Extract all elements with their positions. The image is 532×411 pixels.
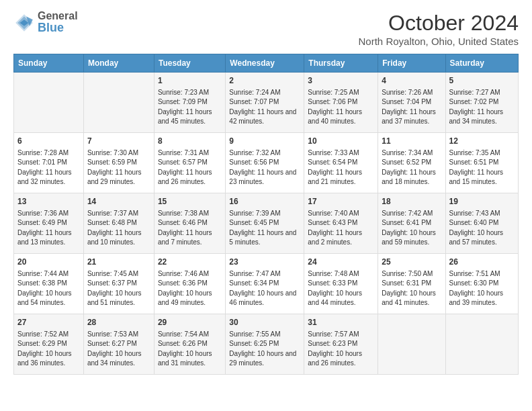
day-cell: 12Sunrise: 7:35 AM Sunset: 6:51 PM Dayli… (445, 133, 519, 193)
day-cell: 21Sunrise: 7:45 AM Sunset: 6:37 PM Dayli… (83, 254, 154, 314)
day-info: Sunrise: 7:32 AM Sunset: 6:56 PM Dayligh… (229, 148, 300, 187)
day-number: 10 (308, 136, 374, 147)
day-number: 16 (229, 196, 300, 208)
day-number: 21 (87, 257, 150, 268)
day-number: 26 (449, 257, 515, 268)
header-cell-monday: Monday (83, 54, 154, 73)
day-info: Sunrise: 7:43 AM Sunset: 6:40 PM Dayligh… (449, 209, 515, 248)
day-number: 1 (158, 75, 222, 87)
day-cell: 9Sunrise: 7:32 AM Sunset: 6:56 PM Daylig… (226, 133, 304, 193)
day-info: Sunrise: 7:39 AM Sunset: 6:45 PM Dayligh… (229, 209, 300, 248)
week-row-5: 27Sunrise: 7:52 AM Sunset: 6:29 PM Dayli… (14, 314, 519, 375)
day-cell: 25Sunrise: 7:50 AM Sunset: 6:31 PM Dayli… (378, 254, 445, 314)
day-cell: 18Sunrise: 7:42 AM Sunset: 6:41 PM Dayli… (378, 193, 445, 254)
day-cell: 30Sunrise: 7:55 AM Sunset: 6:25 PM Dayli… (226, 314, 304, 375)
day-cell: 8Sunrise: 7:31 AM Sunset: 6:57 PM Daylig… (154, 133, 225, 193)
day-number: 23 (229, 257, 300, 268)
day-cell: 23Sunrise: 7:47 AM Sunset: 6:34 PM Dayli… (226, 254, 304, 314)
day-number: 8 (158, 136, 222, 147)
day-number: 18 (382, 196, 441, 208)
day-cell: 28Sunrise: 7:53 AM Sunset: 6:27 PM Dayli… (83, 314, 154, 375)
day-number: 29 (158, 317, 222, 328)
day-cell: 19Sunrise: 7:43 AM Sunset: 6:40 PM Dayli… (445, 193, 519, 254)
day-number: 13 (17, 196, 80, 208)
header-cell-thursday: Thursday (304, 54, 378, 73)
day-cell (445, 314, 519, 375)
day-cell: 14Sunrise: 7:37 AM Sunset: 6:48 PM Dayli… (83, 193, 154, 254)
day-number: 15 (158, 196, 222, 208)
header-cell-wednesday: Wednesday (226, 54, 304, 73)
day-number: 11 (382, 136, 441, 147)
day-cell: 20Sunrise: 7:44 AM Sunset: 6:38 PM Dayli… (14, 254, 84, 314)
day-info: Sunrise: 7:30 AM Sunset: 6:59 PM Dayligh… (87, 148, 150, 187)
day-info: Sunrise: 7:24 AM Sunset: 7:07 PM Dayligh… (229, 88, 300, 127)
day-info: Sunrise: 7:45 AM Sunset: 6:37 PM Dayligh… (87, 269, 150, 308)
day-info: Sunrise: 7:46 AM Sunset: 6:36 PM Dayligh… (158, 269, 222, 308)
day-cell: 31Sunrise: 7:57 AM Sunset: 6:23 PM Dayli… (304, 314, 378, 375)
day-info: Sunrise: 7:27 AM Sunset: 7:02 PM Dayligh… (449, 88, 515, 127)
day-info: Sunrise: 7:26 AM Sunset: 7:04 PM Dayligh… (382, 88, 441, 127)
day-info: Sunrise: 7:50 AM Sunset: 6:31 PM Dayligh… (382, 269, 441, 308)
main-title: October 2024 (359, 11, 519, 36)
day-cell (14, 73, 84, 133)
day-info: Sunrise: 7:28 AM Sunset: 7:01 PM Dayligh… (17, 148, 80, 187)
day-number: 22 (158, 257, 222, 268)
day-number: 12 (449, 136, 515, 147)
day-info: Sunrise: 7:44 AM Sunset: 6:38 PM Dayligh… (17, 269, 80, 308)
day-info: Sunrise: 7:23 AM Sunset: 7:09 PM Dayligh… (158, 88, 222, 127)
day-cell: 13Sunrise: 7:36 AM Sunset: 6:49 PM Dayli… (14, 193, 84, 254)
day-cell: 10Sunrise: 7:33 AM Sunset: 6:54 PM Dayli… (304, 133, 378, 193)
day-info: Sunrise: 7:35 AM Sunset: 6:51 PM Dayligh… (449, 148, 515, 187)
day-cell (83, 73, 154, 133)
calendar-body: 1Sunrise: 7:23 AM Sunset: 7:09 PM Daylig… (14, 73, 519, 375)
calendar-table: SundayMondayTuesdayWednesdayThursdayFrid… (13, 54, 519, 375)
day-cell: 6Sunrise: 7:28 AM Sunset: 7:01 PM Daylig… (14, 133, 84, 193)
day-number: 30 (229, 317, 300, 328)
day-number: 27 (17, 317, 80, 328)
day-cell: 15Sunrise: 7:38 AM Sunset: 6:46 PM Dayli… (154, 193, 225, 254)
logo-blue: Blue (38, 21, 78, 34)
day-number: 17 (308, 196, 374, 208)
day-number: 28 (87, 317, 150, 328)
header-cell-tuesday: Tuesday (154, 54, 225, 73)
day-cell (378, 314, 445, 375)
header-cell-friday: Friday (378, 54, 445, 73)
logo-text: General Blue (38, 11, 78, 34)
day-info: Sunrise: 7:51 AM Sunset: 6:30 PM Dayligh… (449, 269, 515, 308)
day-info: Sunrise: 7:54 AM Sunset: 6:26 PM Dayligh… (158, 330, 222, 369)
header-cell-saturday: Saturday (445, 54, 519, 73)
day-number: 14 (87, 196, 150, 208)
header-cell-sunday: Sunday (14, 54, 84, 73)
day-cell: 3Sunrise: 7:25 AM Sunset: 7:06 PM Daylig… (304, 73, 378, 133)
day-number: 4 (382, 75, 441, 87)
day-info: Sunrise: 7:42 AM Sunset: 6:41 PM Dayligh… (382, 209, 441, 248)
week-row-3: 13Sunrise: 7:36 AM Sunset: 6:49 PM Dayli… (14, 193, 519, 254)
day-cell: 1Sunrise: 7:23 AM Sunset: 7:09 PM Daylig… (154, 73, 225, 133)
day-number: 31 (308, 317, 374, 328)
day-number: 9 (229, 136, 300, 147)
day-cell: 17Sunrise: 7:40 AM Sunset: 6:43 PM Dayli… (304, 193, 378, 254)
day-info: Sunrise: 7:36 AM Sunset: 6:49 PM Dayligh… (17, 209, 80, 248)
subtitle: North Royalton, Ohio, United States (359, 36, 519, 47)
day-number: 6 (17, 136, 80, 147)
day-number: 19 (449, 196, 515, 208)
day-info: Sunrise: 7:47 AM Sunset: 6:34 PM Dayligh… (229, 269, 300, 308)
day-cell: 22Sunrise: 7:46 AM Sunset: 6:36 PM Dayli… (154, 254, 225, 314)
logo-icon (13, 12, 35, 34)
day-cell: 11Sunrise: 7:34 AM Sunset: 6:52 PM Dayli… (378, 133, 445, 193)
day-cell: 5Sunrise: 7:27 AM Sunset: 7:02 PM Daylig… (445, 73, 519, 133)
week-row-4: 20Sunrise: 7:44 AM Sunset: 6:38 PM Dayli… (14, 254, 519, 314)
header-row: SundayMondayTuesdayWednesdayThursdayFrid… (14, 54, 519, 73)
day-info: Sunrise: 7:40 AM Sunset: 6:43 PM Dayligh… (308, 209, 374, 248)
day-number: 25 (382, 257, 441, 268)
page: General Blue October 2024 North Royalton… (0, 0, 532, 385)
day-cell: 2Sunrise: 7:24 AM Sunset: 7:07 PM Daylig… (226, 73, 304, 133)
week-row-2: 6Sunrise: 7:28 AM Sunset: 7:01 PM Daylig… (14, 133, 519, 193)
day-info: Sunrise: 7:52 AM Sunset: 6:29 PM Dayligh… (17, 330, 80, 369)
day-cell: 24Sunrise: 7:48 AM Sunset: 6:33 PM Dayli… (304, 254, 378, 314)
day-number: 7 (87, 136, 150, 147)
day-info: Sunrise: 7:37 AM Sunset: 6:48 PM Dayligh… (87, 209, 150, 248)
calendar-header: SundayMondayTuesdayWednesdayThursdayFrid… (14, 54, 519, 73)
day-cell: 4Sunrise: 7:26 AM Sunset: 7:04 PM Daylig… (378, 73, 445, 133)
day-number: 20 (17, 257, 80, 268)
